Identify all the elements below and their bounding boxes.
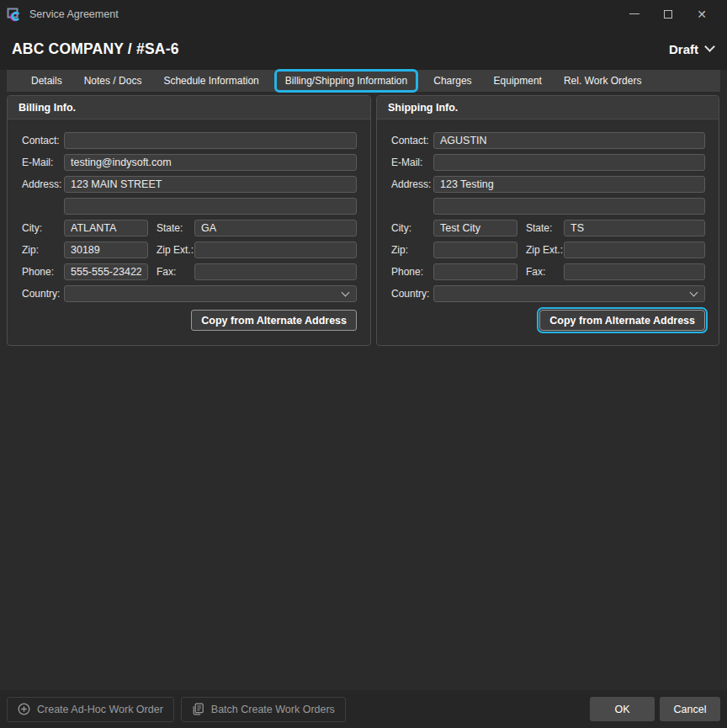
billing-address1-row: Address: — [22, 176, 357, 193]
shipping-address2-input[interactable] — [433, 198, 705, 215]
billing-email-row: E-Mail: — [22, 154, 357, 171]
document-stack-icon — [192, 703, 204, 715]
billing-zip-label: Zip: — [22, 244, 64, 256]
shipping-country-label: Country: — [391, 288, 433, 300]
shipping-zip-ext-input[interactable] — [564, 242, 705, 258]
billing-city-state-row: City: State: — [22, 220, 357, 236]
billing-contact-label: Contact: — [22, 135, 64, 146]
billing-zip-row: Zip: Zip Ext.: — [22, 242, 357, 258]
billing-zip-ext-label: Zip Ext.: — [157, 244, 194, 256]
shipping-state-input[interactable] — [564, 220, 705, 236]
billing-contact-input[interactable] — [64, 132, 357, 149]
footer-bar: Create Ad-Hoc Work Order Batch Create Wo… — [0, 690, 727, 728]
shipping-info-panel: Shipping Info. Contact: E-Mail: Address: — [376, 95, 719, 346]
tab-billing-shipping-information[interactable]: Billing/Shipping Information — [274, 69, 418, 93]
tab-bar: Details Notes / Docs Schedule Informatio… — [7, 70, 720, 92]
shipping-address1-input[interactable] — [433, 176, 705, 193]
shipping-phone-label: Phone: — [391, 266, 433, 278]
shipping-fax-input[interactable] — [564, 263, 705, 280]
shipping-zip-input[interactable] — [433, 242, 517, 258]
billing-panel-body: Contact: E-Mail: Address: City: — [8, 120, 370, 345]
shipping-zip-row: Zip: Zip Ext.: — [391, 242, 705, 258]
chevron-down-icon — [690, 288, 698, 296]
tab-equipment[interactable]: Equipment — [483, 70, 553, 92]
billing-address2-row — [22, 198, 357, 215]
shipping-address-label: Address: — [391, 178, 433, 190]
billing-country-select[interactable] — [64, 285, 357, 302]
ok-button[interactable]: OK — [590, 697, 655, 721]
billing-email-input[interactable] — [64, 154, 357, 171]
shipping-zip-label: Zip: — [391, 244, 433, 256]
shipping-address1-row: Address: — [391, 176, 705, 193]
shipping-panel-title: Shipping Info. — [388, 102, 458, 114]
billing-phone-fax-row: Phone: Fax: — [22, 263, 357, 280]
document-header: ABC COMPANY / #SA-6 Draft — [0, 28, 727, 70]
shipping-copy-row: Copy from Alternate Address — [391, 310, 705, 331]
billing-email-label: E-Mail: — [22, 157, 64, 168]
window-title: Service Agreement — [29, 8, 119, 20]
billing-copy-from-alternate-address-button[interactable]: Copy from Alternate Address — [191, 310, 357, 331]
billing-country-row: Country: — [22, 285, 357, 302]
titlebar: Service Agreement ✕ — [0, 0, 727, 28]
billing-info-panel: Billing Info. Contact: E-Mail: Address: — [7, 95, 371, 346]
shipping-contact-label: Contact: — [391, 135, 433, 146]
shipping-phone-input[interactable] — [433, 263, 517, 280]
status-badge: Draft — [669, 42, 698, 56]
billing-fax-input[interactable] — [194, 263, 357, 280]
billing-copy-row: Copy from Alternate Address — [22, 310, 357, 331]
service-agreement-window: Service Agreement ✕ ABC COMPANY / #SA-6 … — [0, 0, 727, 728]
batch-create-work-orders-button[interactable]: Batch Create Work Orders — [181, 697, 346, 722]
billing-zip-input[interactable] — [64, 242, 148, 258]
billing-address1-input[interactable] — [64, 176, 357, 193]
shipping-fax-label: Fax: — [526, 266, 564, 278]
shipping-state-label: State: — [526, 222, 564, 234]
shipping-country-select[interactable] — [433, 285, 705, 302]
tab-schedule-information[interactable]: Schedule Information — [152, 70, 269, 92]
billing-city-input[interactable] — [64, 220, 148, 236]
billing-state-label: State: — [157, 222, 194, 234]
shipping-contact-row: Contact: — [391, 132, 705, 149]
tab-details[interactable]: Details — [20, 70, 73, 92]
minimize-icon — [629, 13, 639, 14]
shipping-city-state-row: City: State: — [391, 220, 705, 236]
shipping-panel-body: Contact: E-Mail: Address: City: — [377, 120, 719, 345]
billing-fax-label: Fax: — [157, 266, 194, 278]
tab-rel-work-orders[interactable]: Rel. Work Orders — [553, 70, 652, 92]
status-dropdown[interactable]: Draft — [669, 42, 714, 56]
shipping-copy-from-alternate-address-button[interactable]: Copy from Alternate Address — [539, 310, 705, 331]
shipping-email-row: E-Mail: — [391, 154, 705, 171]
shipping-contact-input[interactable] — [433, 132, 705, 149]
shipping-email-input[interactable] — [433, 154, 705, 171]
billing-contact-row: Contact: — [22, 132, 357, 149]
footer-actions: OK Cancel — [590, 697, 720, 721]
chevron-down-icon — [342, 288, 350, 296]
billing-zip-ext-input[interactable] — [194, 242, 357, 258]
billing-city-label: City: — [22, 222, 64, 234]
billing-panel-header: Billing Info. — [8, 96, 370, 120]
tab-notes-docs[interactable]: Notes / Docs — [73, 70, 153, 92]
create-adhoc-work-order-label: Create Ad-Hoc Work Order — [37, 704, 163, 715]
billing-phone-label: Phone: — [22, 266, 64, 278]
maximize-button[interactable] — [651, 0, 685, 28]
billing-country-label: Country: — [22, 288, 64, 300]
billing-address-label: Address: — [22, 178, 64, 190]
cancel-button[interactable]: Cancel — [660, 697, 720, 721]
shipping-country-row: Country: — [391, 285, 705, 302]
create-adhoc-work-order-button[interactable]: Create Ad-Hoc Work Order — [7, 697, 174, 722]
billing-shipping-content: Billing Info. Contact: E-Mail: Address: — [0, 92, 727, 346]
shipping-city-input[interactable] — [433, 220, 517, 236]
page-title: ABC COMPANY / #SA-6 — [12, 40, 179, 58]
app-icon — [7, 7, 22, 22]
minimize-button[interactable] — [618, 0, 651, 28]
billing-address2-input[interactable] — [64, 198, 357, 215]
shipping-panel-header: Shipping Info. — [377, 96, 719, 120]
close-button[interactable]: ✕ — [685, 0, 719, 28]
shipping-city-label: City: — [391, 222, 433, 234]
window-top-band: Service Agreement ✕ ABC COMPANY / #SA-6 … — [0, 0, 727, 70]
maximize-icon — [664, 10, 672, 19]
tab-charges[interactable]: Charges — [422, 70, 482, 92]
billing-phone-input[interactable] — [64, 263, 148, 280]
batch-create-work-orders-label: Batch Create Work Orders — [211, 704, 335, 715]
billing-state-input[interactable] — [194, 220, 357, 236]
billing-panel-title: Billing Info. — [19, 102, 76, 114]
